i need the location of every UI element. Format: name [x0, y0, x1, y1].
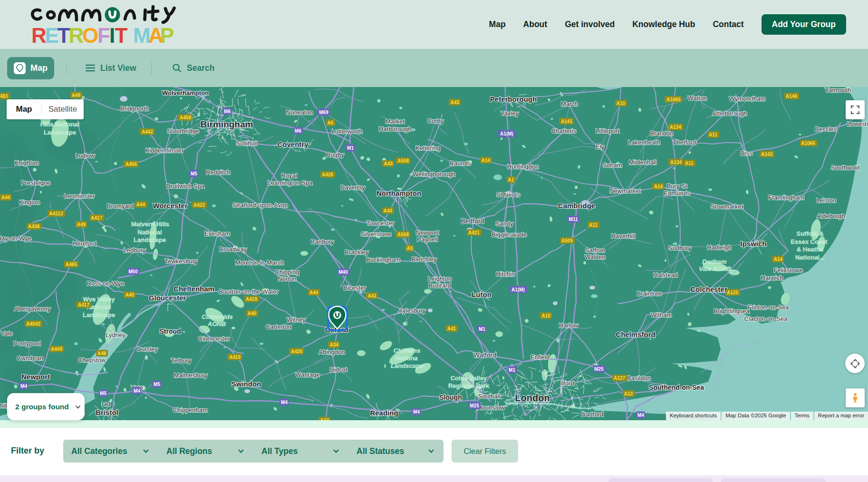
svg-text:Bromyard: Bromyard — [107, 202, 134, 210]
svg-text:A40: A40 — [125, 292, 135, 298]
svg-text:Bicester: Bicester — [344, 284, 366, 291]
svg-text:A505: A505 — [561, 238, 573, 243]
svg-text:Raunds: Raunds — [450, 160, 471, 167]
svg-text:M40: M40 — [338, 270, 348, 275]
svg-text:Brandon: Brandon — [650, 130, 673, 137]
svg-text:Stourbridge: Stourbridge — [167, 127, 199, 135]
svg-text:E: E — [45, 24, 59, 45]
svg-text:AONB: AONB — [207, 320, 226, 328]
svg-text:A49: A49 — [72, 93, 81, 98]
svg-text:A11: A11 — [589, 222, 598, 228]
svg-text:Biggleswade: Biggleswade — [492, 231, 527, 238]
svg-text:Clacton-on-Sea: Clacton-on-Sea — [744, 315, 788, 322]
svg-text:F: F — [97, 24, 110, 45]
svg-text:M4: M4 — [413, 409, 420, 415]
svg-text:Colne Valley: Colne Valley — [451, 375, 487, 382]
svg-text:Hills National: Hills National — [40, 121, 79, 128]
svg-text:Hitchin: Hitchin — [496, 270, 515, 278]
svg-text:Luton: Luton — [472, 290, 492, 299]
svg-text:Cheltenham: Cheltenham — [174, 285, 214, 293]
svg-text:Regional Park: Regional Park — [448, 382, 490, 389]
svg-text:Watton: Watton — [688, 95, 707, 102]
svg-text:Yaxley: Yaxley — [501, 110, 519, 117]
svg-text:M5: M5 — [191, 171, 197, 176]
svg-text:Ipswich: Ipswich — [740, 240, 766, 248]
svg-text:A14: A14 — [654, 184, 663, 189]
svg-text:Kettering: Kettering — [415, 145, 440, 152]
svg-text:Dedham: Dedham — [702, 258, 727, 265]
svg-text:483: 483 — [0, 94, 8, 99]
svg-text:Lydney: Lydney — [106, 331, 125, 338]
svg-text:M4: M4 — [637, 413, 644, 418]
svg-text:M69: M69 — [319, 110, 328, 115]
svg-text:Leighton: Leighton — [428, 275, 452, 282]
svg-text:A417: A417 — [91, 215, 102, 221]
svg-text:Gloucester: Gloucester — [149, 294, 186, 302]
svg-text:Nuneaton: Nuneaton — [286, 109, 313, 116]
svg-text:Southall: Southall — [478, 393, 501, 400]
svg-text:Buzzard: Buzzard — [428, 282, 451, 289]
svg-text:Stowmarket: Stowmarket — [711, 203, 743, 210]
svg-text:Chippenham: Chippenham — [173, 406, 208, 414]
svg-text:A48: A48 — [97, 351, 106, 356]
svg-text:A465: A465 — [66, 262, 77, 267]
svg-text:A43: A43 — [384, 208, 393, 213]
svg-text:Wymondham: Wymondham — [729, 95, 765, 102]
svg-text:A143: A143 — [761, 152, 772, 157]
svg-text:M1: M1 — [509, 367, 515, 373]
svg-text:Walden: Walden — [585, 253, 606, 260]
svg-text:A43: A43 — [384, 161, 393, 166]
svg-text:St Neots: St Neots — [496, 191, 520, 198]
svg-text:A419: A419 — [229, 355, 241, 360]
svg-text:A10: A10 — [617, 101, 626, 106]
svg-text:National: National — [137, 229, 162, 236]
svg-text:Abergavenny: Abergavenny — [14, 305, 51, 312]
svg-text:A420: A420 — [291, 349, 302, 354]
svg-text:M5: M5 — [154, 382, 160, 387]
svg-text:R: R — [68, 24, 84, 45]
svg-text:Lakenheath: Lakenheath — [628, 139, 660, 146]
svg-text:Corby: Corby — [427, 117, 444, 125]
svg-text:Harborough: Harborough — [379, 125, 412, 133]
svg-text:I: I — [109, 24, 115, 45]
svg-text:A449: A449 — [51, 347, 62, 352]
svg-text:A44: A44 — [309, 290, 318, 295]
svg-text:Malvern Hills: Malvern Hills — [131, 221, 169, 228]
svg-text:Brackley: Brackley — [345, 249, 368, 256]
svg-text:Peterborough: Peterborough — [490, 95, 537, 103]
svg-text:Brightlingsea: Brightlingsea — [714, 308, 750, 315]
svg-text:A5: A5 — [328, 120, 334, 125]
svg-text:A417: A417 — [78, 302, 89, 308]
svg-text:A43: A43 — [451, 100, 460, 105]
svg-text:A458: A458 — [180, 115, 191, 120]
svg-text:March: March — [561, 100, 578, 107]
svg-text:Cotswolds: Cotswolds — [202, 313, 233, 320]
svg-text:A127: A127 — [614, 376, 625, 381]
svg-text:Hay-on-Wye: Hay-on-Wye — [0, 235, 31, 242]
svg-text:Cwmbran: Cwmbran — [17, 355, 43, 362]
svg-text:Watford: Watford — [473, 351, 497, 359]
svg-text:Birmingham: Birmingham — [201, 119, 253, 129]
svg-text:Dartford: Dartford — [581, 411, 604, 418]
svg-text:A11: A11 — [685, 161, 694, 166]
svg-text:Newport: Newport — [21, 373, 50, 381]
svg-text:A14: A14 — [774, 257, 783, 262]
svg-text:A44: A44 — [136, 202, 145, 207]
svg-text:Chepstow: Chepstow — [78, 357, 106, 364]
svg-text:Hadleigh: Hadleigh — [707, 244, 731, 251]
svg-text:Littleport: Littleport — [596, 127, 619, 135]
svg-text:A1065: A1065 — [666, 97, 681, 102]
svg-text:A1: A1 — [508, 177, 514, 183]
svg-text:Ely: Ely — [596, 143, 605, 150]
svg-text:A13: A13 — [624, 391, 633, 396]
svg-text:Market: Market — [386, 118, 405, 125]
svg-text:Norton: Norton — [278, 275, 296, 282]
svg-text:M6: M6 — [224, 109, 231, 114]
svg-text:Soham: Soham — [602, 162, 622, 169]
svg-text:Abingdon: Abingdon — [319, 348, 345, 356]
svg-text:M50: M50 — [128, 269, 138, 274]
svg-text:Slough: Slough — [439, 394, 462, 401]
svg-text:Wolverhampton: Wolverhampton — [162, 89, 209, 96]
svg-text:Bedford: Bedford — [461, 217, 484, 225]
svg-text:Banbury: Banbury — [311, 238, 334, 245]
